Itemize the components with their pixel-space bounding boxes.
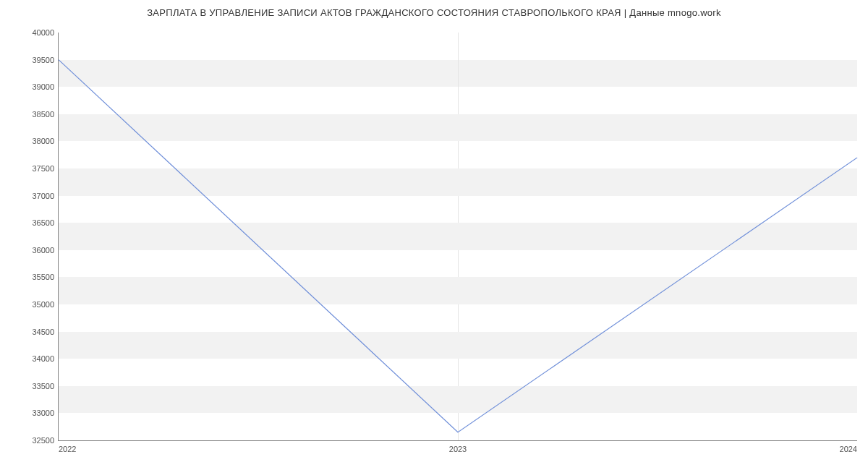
y-tick-label: 32500 <box>32 436 54 445</box>
y-tick-label: 34500 <box>32 328 54 336</box>
line-series <box>59 33 857 440</box>
plot-area: 3250033000335003400034500350003550036000… <box>58 33 857 441</box>
x-tick-label: 2023 <box>449 445 467 453</box>
y-tick-label: 35500 <box>32 273 54 281</box>
y-tick-label: 34000 <box>32 354 54 363</box>
y-tick-label: 37000 <box>32 192 54 200</box>
y-tick-label: 35000 <box>32 300 54 309</box>
y-tick-label: 36000 <box>32 246 54 255</box>
chart-title: ЗАРПЛАТА В УПРАВЛЕНИЕ ЗАПИСИ АКТОВ ГРАЖД… <box>0 7 868 18</box>
chart-container: ЗАРПЛАТА В УПРАВЛЕНИЕ ЗАПИСИ АКТОВ ГРАЖД… <box>0 0 868 470</box>
y-tick-label: 40000 <box>32 28 54 37</box>
y-tick-label: 39500 <box>32 56 54 64</box>
y-tick-label: 38000 <box>32 137 54 145</box>
y-tick-label: 38500 <box>32 110 54 119</box>
y-tick-label: 33000 <box>32 409 54 417</box>
y-tick-label: 37500 <box>32 164 54 173</box>
y-tick-label: 36500 <box>32 218 54 227</box>
x-tick-label: 2022 <box>59 445 76 453</box>
y-tick-label: 33500 <box>32 382 54 390</box>
x-tick-label: 2024 <box>840 445 857 453</box>
y-tick-label: 39000 <box>32 82 54 91</box>
